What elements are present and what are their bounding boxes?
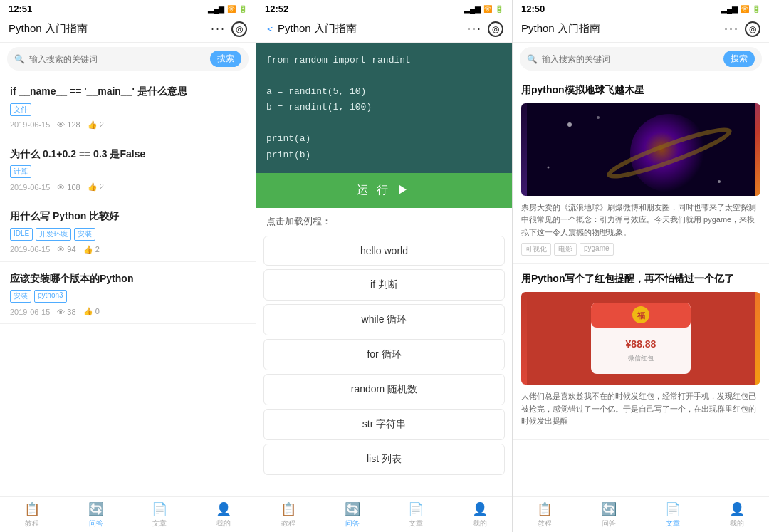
signal-icon-2: ▂▄▆	[464, 5, 481, 13]
article-title-2: 为什么 0.1+0.2 == 0.3 是False	[10, 147, 246, 162]
qa-label-1: 问答	[89, 518, 103, 528]
code-line-7: print(b)	[266, 147, 502, 163]
code-line-3: a = randint(5, 10)	[266, 84, 502, 100]
nav-target-1[interactable]	[231, 21, 247, 37]
article-item-2[interactable]: 为什么 0.1+0.2 == 0.3 是False 计算 2019-06-15 …	[0, 137, 256, 200]
wifi-icon-2: 🛜	[483, 5, 492, 13]
nav-bar-1: Python 入门指南 ···	[0, 16, 256, 43]
likes-4: 👍 0	[83, 307, 100, 316]
example-str[interactable]: str 字符串	[263, 409, 505, 440]
rich-tag-电影[interactable]: 电影	[554, 243, 577, 256]
date-4: 2019-06-15	[10, 308, 50, 316]
article-item-1[interactable]: if __name__ == '__main__' 是什么意思 文件 2019-…	[0, 75, 256, 137]
tab-bar-2: 📋 教程 🔄 问答 📄 文章 👤 我的	[256, 496, 512, 532]
mine-icon-2: 👤	[472, 501, 488, 517]
status-icons-2: ▂▄▆ 🛜 🔋	[464, 5, 503, 13]
rich-desc-2: 大佬们总是喜欢趁我不在的时候发红包，经常打开手机，发现红包已被抢完，感觉错过了一…	[521, 390, 760, 428]
tag-IDLE[interactable]: IDLE	[10, 228, 33, 241]
nav-title-1: Python 入门指南	[9, 22, 211, 36]
nav-back-2[interactable]: ＜	[265, 23, 275, 36]
svg-point-5	[718, 180, 721, 183]
article-item-4[interactable]: 应该安装哪个版本的Python 安装 python3 2019-06-15 👁 …	[0, 262, 256, 325]
rich-item-2[interactable]: 用Python写个了红包提醒，再不怕错过一个亿了 福 ¥88.88 微信红包 大…	[513, 264, 769, 439]
nav-more-1[interactable]: ···	[211, 21, 226, 36]
tag-文件[interactable]: 文件	[10, 103, 31, 116]
tab-tutorials-3[interactable]: 📋 教程	[513, 497, 577, 532]
meta-row-3: 2019-06-15 👁 94 👍 2	[10, 245, 246, 254]
tag-开发环境[interactable]: 开发环境	[36, 228, 71, 241]
example-list[interactable]: list 列表	[263, 444, 505, 475]
signal-icon-3: ▂▄▆	[721, 5, 738, 13]
article-list-1: if __name__ == '__main__' 是什么意思 文件 2019-…	[0, 75, 256, 496]
mine-icon-1: 👤	[216, 501, 231, 517]
tab-tutorials-2[interactable]: 📋 教程	[256, 497, 320, 532]
qa-label-2: 问答	[345, 518, 360, 528]
nav-bar-3: Python 入门指南 ···	[513, 16, 769, 43]
search-bar-3: 🔍 搜索	[520, 47, 762, 71]
example-hello-world[interactable]: hello world	[263, 236, 505, 266]
run-button[interactable]: 运 行 ▶	[256, 173, 512, 208]
code-line-4: b = randint(1, 100)	[266, 100, 502, 115]
wifi-icon-1: 🛜	[227, 5, 236, 13]
tag-python3[interactable]: python3	[34, 290, 67, 303]
panel-articles: 12:51 ▂▄▆ 🛜 🔋 Python 入门指南 ··· 🔍 搜索 if __…	[0, 0, 256, 532]
tab-articles-3[interactable]: 📄 文章	[641, 497, 705, 532]
rich-tag-pygame[interactable]: pygame	[580, 243, 614, 256]
tag-row-2: 计算	[10, 165, 246, 178]
mine-label-1: 我的	[216, 518, 231, 528]
articles-icon-2: 📄	[408, 501, 424, 517]
tag-安装[interactable]: 安装	[74, 228, 95, 241]
rich-desc-1: 票房大卖的《流浪地球》刷爆微博和朋友圈，同时也带来了太空探测中很常见的一个概念：…	[521, 202, 760, 239]
mine-label-3: 我的	[730, 518, 744, 528]
tab-mine-2[interactable]: 👤 我的	[448, 497, 512, 532]
article-item-3[interactable]: 用什么写 Python 比较好 IDLE 开发环境 安装 2019-06-15 …	[0, 199, 256, 262]
likes-2: 👍 2	[88, 182, 104, 192]
tab-articles-2[interactable]: 📄 文章	[384, 497, 449, 532]
nav-more-2[interactable]: ···	[467, 21, 482, 36]
nav-target-3[interactable]	[745, 21, 760, 37]
meta-row-1: 2019-06-15 👁 128 👍 2	[10, 120, 246, 130]
nav-title-3: Python 入门指南	[521, 22, 724, 36]
example-while[interactable]: while 循环	[263, 304, 505, 335]
example-for[interactable]: for 循环	[263, 339, 505, 370]
signal-icon-1: ▂▄▆	[208, 5, 224, 13]
tab-qa-3[interactable]: 🔄 问答	[577, 497, 641, 532]
code-area: from random import randint a = randint(5…	[256, 43, 512, 173]
tab-qa-1[interactable]: 🔄 问答	[64, 497, 128, 532]
tutorials-icon-1: 📋	[24, 501, 40, 517]
status-time-3: 12:50	[521, 4, 545, 14]
tab-tutorials-1[interactable]: 📋 教程	[0, 497, 64, 532]
search-button-1[interactable]: 搜索	[210, 51, 241, 67]
tab-mine-3[interactable]: 👤 我的	[705, 497, 769, 532]
articles-label-3: 文章	[666, 518, 680, 528]
tab-mine-1[interactable]: 👤 我的	[192, 497, 256, 532]
svg-point-4	[597, 116, 600, 119]
code-line-6: print(a)	[266, 131, 502, 147]
search-input-1[interactable]	[29, 54, 206, 64]
tag-row-4: 安装 python3	[10, 290, 246, 303]
tab-qa-2[interactable]: 🔄 问答	[320, 497, 384, 532]
mine-icon-3: 👤	[729, 501, 745, 517]
tag-计算[interactable]: 计算	[10, 165, 31, 178]
example-list: hello world if 判断 while 循环 for 循环 random…	[256, 232, 512, 496]
svg-text:福: 福	[637, 311, 645, 320]
search-input-3[interactable]	[542, 54, 719, 64]
rich-image-2: 福 ¥88.88 微信红包	[521, 292, 760, 385]
nav-target-2[interactable]	[488, 21, 503, 37]
search-bar-1: 🔍 搜索	[7, 47, 249, 71]
example-if[interactable]: if 判断	[263, 269, 505, 301]
search-button-3[interactable]: 搜索	[723, 51, 755, 67]
wifi-icon-3: 🛜	[741, 5, 749, 13]
rich-item-1[interactable]: 用python模拟地球飞越木星	[513, 75, 769, 264]
rich-tag-可视化[interactable]: 可视化	[521, 243, 551, 256]
example-random[interactable]: random 随机数	[263, 374, 505, 405]
examples-label: 点击加载例程：	[256, 208, 512, 232]
tutorials-label-1: 教程	[25, 518, 39, 528]
nav-more-3[interactable]: ···	[724, 21, 739, 36]
code-line-5	[266, 115, 502, 131]
tag-row-1: 文件	[10, 103, 246, 116]
svg-point-6	[548, 166, 550, 168]
tag-安装2[interactable]: 安装	[10, 290, 31, 303]
nav-bar-2: ＜ Python 入门指南 ···	[256, 16, 512, 43]
tab-articles-1[interactable]: 📄 文章	[128, 497, 192, 532]
